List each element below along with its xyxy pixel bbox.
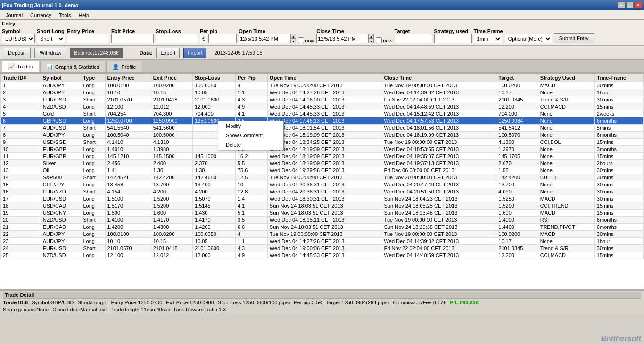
tab-graphs[interactable]: 📊 Graphs & Statistics xyxy=(40,61,106,72)
stoploss-col: Stop-Loss xyxy=(156,28,198,43)
table-row[interactable]: 22AUD/JPYLong100.0100100.0200100.00504Tu… xyxy=(1,231,644,238)
table-row[interactable]: 3EUR/USDShort2101.05702101.04182101.0600… xyxy=(1,96,644,103)
entry-price-input[interactable] xyxy=(67,34,109,43)
table-row[interactable]: 8AUD/JPYLong100.5040100.5000.1Wed Dec 04… xyxy=(1,132,644,139)
exit-price-input[interactable] xyxy=(111,34,154,43)
ctx-delete[interactable]: Delete xyxy=(218,140,283,150)
submit-spacer xyxy=(554,27,594,33)
close-time-down[interactable]: ▼ xyxy=(368,39,374,43)
detail-risk-reward: Risk-Reward Ratio:1:3 xyxy=(174,307,226,312)
table-row[interactable]: 16EUR/NZDShort4.1544.2004.20012.8Wed Dec… xyxy=(1,188,644,195)
open-time-spinbtns[interactable]: ▲ ▼ xyxy=(290,34,296,43)
close-time-spinner[interactable]: ▲ ▼ xyxy=(316,34,374,43)
tab-profile-label: Profile xyxy=(121,64,136,70)
trades-table-container: Trade ID# Symbol Type Entry Price Exit P… xyxy=(0,73,644,290)
close-time-spinbtns[interactable]: ▲ ▼ xyxy=(368,34,374,43)
table-row[interactable]: 24EUR/USDShort2101.05702101.04182101.060… xyxy=(1,245,644,252)
menu-tools[interactable]: Tools xyxy=(55,11,75,19)
open-time-spinner[interactable]: ▲ ▼ xyxy=(239,34,296,43)
table-row[interactable]: 25NZD/USDLong12.10012.01212.0004.9Wed De… xyxy=(1,252,644,259)
open-time-input[interactable] xyxy=(239,34,290,43)
deposit-button[interactable]: Deposit xyxy=(3,48,31,58)
trade-detail-header: Trade Detail xyxy=(3,292,641,299)
table-row[interactable]: 2AUD/JPYLong10.1010.1510.051.1Wed Dec 04… xyxy=(1,89,644,96)
menu-journal[interactable]: Journal xyxy=(2,11,26,19)
detail-pl: P/L:693.83€ xyxy=(450,300,479,305)
ctx-modify[interactable]: Modify xyxy=(218,121,283,131)
detail-exit-price: Exit Price:1250.0900 xyxy=(166,300,214,305)
detail-short-long: Short/Long:L xyxy=(77,300,107,305)
menu-help[interactable]: Help xyxy=(74,11,93,19)
perpip-input[interactable] xyxy=(208,34,237,43)
table-row[interactable]: 13OilLong1.411.301.3075.6Wed Dec 04 19:3… xyxy=(1,167,644,174)
datetime-display: 2013-12-05 17:59:15 xyxy=(214,50,262,56)
trade-detail-section: Trade Detail Trade ID:6 Symbol:GBP/USD S… xyxy=(0,290,644,314)
table-row[interactable]: 7AUD/USDShort541.5540541.56004.5Wed Dec … xyxy=(1,125,644,132)
minimize-button[interactable]: ─ xyxy=(618,2,625,8)
balance-display: Balance:17248,03€ xyxy=(70,48,123,58)
perpip-header: Per pip xyxy=(200,28,237,34)
shortlong-select[interactable]: ShortLong xyxy=(37,34,65,43)
timeframe-select[interactable]: 1min5mins15mins30mins1hour xyxy=(474,34,502,43)
strategy-header: Strategy used xyxy=(434,28,472,34)
exit-price-header: Exit Price xyxy=(111,28,154,34)
tab-trades[interactable]: 📈 Trades xyxy=(2,61,39,72)
withdraw-button[interactable]: Withdraw xyxy=(34,48,66,58)
col-header-close: Close Time xyxy=(382,74,496,82)
table-row[interactable]: 21EUR/CADLong1.42001.43001.42006.6Sun No… xyxy=(1,224,644,231)
menu-currency[interactable]: Currency xyxy=(26,11,55,19)
table-row[interactable]: 6GBP/USDLong1250.07001250.09001250.06003… xyxy=(1,117,644,125)
symbol-select[interactable]: EUR/USDGBP/USDAUD/JPY xyxy=(2,34,35,43)
open-now-checkbox-container: now xyxy=(298,37,314,43)
col-header-exit: Exit Price xyxy=(151,74,192,82)
ctx-show-comment[interactable]: Show Comment xyxy=(218,131,283,140)
maximize-button[interactable]: □ xyxy=(626,2,634,8)
table-row[interactable]: 20NZD/USDShort1.41001.41701.41703.5Wed D… xyxy=(1,217,644,224)
detail-commission: Commission/Fee:6.17€ xyxy=(393,300,446,305)
detail-stop-loss: Stop-Loss:1250.0600(100 pips) xyxy=(218,300,290,305)
table-row[interactable]: 4NZD/USDLong12.10012.01212.0004.9Wed Dec… xyxy=(1,103,644,110)
action-bar: Deposit Withdraw Balance:17248,03€ Data:… xyxy=(0,46,644,60)
table-row[interactable]: 12SilverLong2.4562.4002.3705.5Wed Dec 04… xyxy=(1,160,644,167)
tab-graphs-label: Graphs & Statistics xyxy=(55,64,99,70)
export-button[interactable]: Export xyxy=(156,48,180,58)
table-row[interactable]: 5GoldShort704.254704.300704.4004.1Wed De… xyxy=(1,110,644,117)
close-time-input[interactable] xyxy=(316,34,368,43)
window-controls[interactable]: ─ □ ✕ xyxy=(618,2,642,8)
optional-select[interactable]: Optional(More) xyxy=(505,34,552,43)
detail-closed-due: Closed due:Manual exit xyxy=(52,307,107,312)
open-time-up[interactable]: ▲ xyxy=(290,34,296,39)
table-row[interactable]: 1AUD/JPYLong100.0100100.0200100.00504Tue… xyxy=(1,82,644,89)
open-time-down[interactable]: ▼ xyxy=(290,39,296,43)
close-now-checkbox[interactable] xyxy=(376,37,382,43)
table-row[interactable]: 19USD/CNYLong1.5001.6001.4305.1Sun Nov 2… xyxy=(1,210,644,217)
table-row[interactable]: 14S&P500Short142.4521142.4200142.465012.… xyxy=(1,174,644,181)
open-now-checkbox[interactable] xyxy=(298,37,304,43)
stoploss-input[interactable] xyxy=(156,34,198,43)
table-row[interactable]: 9USD/SGDShort4.14104.1310.4Wed Dec 04 18… xyxy=(1,139,644,146)
import-button[interactable]: Import xyxy=(183,48,206,58)
table-row[interactable]: 23AUD/JPYLong10.1010.1510.051.1Wed Dec 0… xyxy=(1,238,644,245)
table-row[interactable]: 11EUR/GBPLong145.1210145.1500145.100016.… xyxy=(1,153,644,160)
col-header-id: Trade ID# xyxy=(1,74,41,82)
target-header: Target xyxy=(395,28,432,34)
tab-bar: 📈 Trades 📊 Graphs & Statistics 👤 Profile xyxy=(0,60,644,73)
close-time-up[interactable]: ▲ xyxy=(368,34,374,39)
close-button[interactable]: ✕ xyxy=(635,2,642,8)
tab-profile[interactable]: 👤 Profile xyxy=(106,61,142,72)
shortlong-header: Short Long xyxy=(37,28,65,34)
titlebar: jFox Trading Journal 1.0- demo ─ □ ✕ xyxy=(0,0,644,10)
col-header-strategy: Strategy Used xyxy=(538,74,594,82)
table-row[interactable]: 10EUR/GBPLong1.40101.39802.6Wed Dec 04 1… xyxy=(1,146,644,153)
table-row[interactable]: 17EUR/USDLong1.51001.52001.50701.4Wed De… xyxy=(1,195,644,202)
table-row[interactable]: 15CHF/JPYLong13.45813.70013.40010Wed Dec… xyxy=(1,181,644,188)
strategy-input[interactable] xyxy=(434,34,472,43)
submit-entry-button[interactable]: Submit Entry xyxy=(554,33,594,43)
col-header-timeframe: Time-Frame xyxy=(594,74,643,82)
col-header-target: Target xyxy=(496,74,538,82)
col-header-entry: Entry Price xyxy=(105,74,151,82)
table-row[interactable]: 18USD/CADLong1.51701.52001.51454.1Sun No… xyxy=(1,202,644,210)
target-col: Target xyxy=(395,28,432,43)
target-input[interactable] xyxy=(395,34,432,43)
col-header-stoploss: Stop-Loss xyxy=(193,74,236,82)
